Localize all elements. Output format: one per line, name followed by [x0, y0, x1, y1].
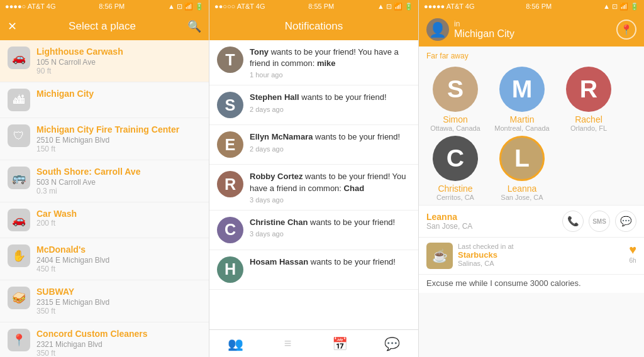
notif-content-tony: Tony wants to be your friend! You have a… [250, 47, 411, 79]
close-icon[interactable]: ✕ [8, 19, 17, 33]
call-button[interactable]: 📞 [562, 211, 584, 232]
tab-list[interactable]: ≡ [262, 330, 314, 357]
selected-friend-location: San Jose, CA [426, 222, 472, 231]
like-button[interactable]: ♥6h [629, 243, 636, 264]
place-name-fire-training: Michigan City Fire Training Center [36, 124, 201, 135]
notif-time-tony: 1 hour ago [250, 71, 411, 79]
notif-text-tony: Tony wants to be your friend! You have a… [250, 47, 411, 69]
tab-chat[interactable]: 💬 [366, 330, 418, 357]
selected-friend-name: Leanna [426, 212, 472, 222]
friends-grid: S Simon Ottawa, Canada M Martin Montreal… [419, 63, 644, 205]
friend-avatar-leanna: L [499, 136, 545, 181]
city-header: 👤 in Michigan City 📍 [419, 13, 644, 47]
friend-actions: 📞 SMS 💬 [562, 211, 636, 232]
place-dist-south-shore: 0.3 mi [36, 187, 201, 195]
place-item-lighthouse[interactable]: 🚗 Lighthouse Carwash 105 N Carroll Ave 9… [0, 40, 209, 82]
friend-location-leanna: San Jose, CA [501, 194, 543, 201]
place-list: 🚗 Lighthouse Carwash 105 N Carroll Ave 9… [0, 40, 209, 357]
place-addr-south-shore: 503 N Carroll Ave [36, 178, 201, 187]
status-bar-2: ●●○○○ AT&T 4G 8:55 PM ▲ ⊡ 📶 🔋 [209, 0, 418, 13]
checkin-label: Last checked in at [458, 243, 624, 250]
place-dist-fire-training: 150 ft [36, 145, 201, 153]
friend-avatar-christine2: C [433, 136, 478, 181]
tab-calendar[interactable]: 📅 [314, 330, 366, 357]
status-carrier-1: ●●●●○ AT&T 4G [5, 3, 56, 10]
city-header-left: 👤 in Michigan City [426, 18, 514, 41]
place-info-michigan-city: Michigan City [36, 89, 201, 99]
notif-item-robby[interactable]: R Robby Cortez wants to be your friend! … [209, 165, 418, 210]
place-addr-concord: 2321 Michigan Blvd [36, 340, 201, 349]
notif-content-ellyn: Ellyn McNamara wants to be your friend! … [250, 131, 411, 152]
friend-name-martin: Martin [510, 114, 535, 124]
city-name: in Michigan City [454, 19, 514, 40]
notif-item-stephen[interactable]: S Stephen Hall wants to be your friend! … [209, 85, 418, 125]
friend-location-christine2: Cerritos, CA [436, 194, 474, 201]
sms-button[interactable]: SMS [589, 211, 610, 232]
notif-avatar-hosam: H [217, 256, 243, 283]
place-name-subway: SUBWAY [36, 287, 201, 297]
checkin-caption: Excuse me while I consume 3000 calories. [419, 274, 644, 293]
place-item-fire-training[interactable]: 🛡 Michigan City Fire Training Center 251… [0, 118, 209, 160]
notif-item-hosam[interactable]: H Hosam Hassan wants to be your friend! [209, 250, 418, 290]
place-name-concord: Concord Custom Cleaners [36, 329, 201, 339]
notif-time-ellyn: 2 days ago [250, 145, 411, 153]
notif-time-christine: 3 days ago [250, 230, 411, 238]
select-place-title: Select a place [69, 20, 136, 33]
place-info-concord: Concord Custom Cleaners 2321 Michigan Bl… [36, 329, 201, 357]
city-content: Far far away S Simon Ottawa, Canada M Ma… [419, 47, 644, 357]
notif-item-tony[interactable]: T Tony wants to be your friend! You have… [209, 40, 418, 85]
place-dist-subway: 350 ft [36, 307, 201, 316]
time-ago: 6h [630, 257, 636, 264]
status-bar-1: ●●●●○ AT&T 4G 8:56 PM ▲ ⊡ 📶 🔋 [0, 0, 209, 13]
notif-item-ellyn[interactable]: E Ellyn McNamara wants to be your friend… [209, 125, 418, 165]
message-button[interactable]: 💬 [615, 211, 636, 232]
place-item-concord[interactable]: 📍 Concord Custom Cleaners 2321 Michigan … [0, 322, 209, 357]
place-info-south-shore: South Shore: Carroll Ave 503 N Carroll A… [36, 167, 201, 195]
notif-avatar-tony: T [217, 47, 243, 73]
place-icon-lighthouse: 🚗 [8, 47, 30, 69]
place-item-south-shore[interactable]: 🚌 South Shore: Carroll Ave 503 N Carroll… [0, 160, 209, 202]
place-name-lighthouse: Lighthouse Carwash [36, 47, 201, 57]
place-item-car-wash[interactable]: 🚗 Car Wash 200 ft [0, 202, 209, 238]
friend-name-christine2: Christine [438, 184, 472, 194]
notif-text-ellyn: Ellyn McNamara wants to be your friend! [250, 131, 411, 143]
friend-item-martin[interactable]: M Martin Montreal, Canada [491, 67, 553, 132]
status-carrier-2: ●●○○○ AT&T 4G [214, 3, 265, 10]
notif-content-stephen: Stephen Hall wants to be your friend! 2 … [250, 92, 411, 113]
checkin-info: Last checked in at Starbucks Salinas, CA [458, 243, 624, 267]
status-time-2: 8:55 PM [308, 3, 334, 10]
friend-name-rachel: Rachel [575, 114, 602, 124]
place-item-subway[interactable]: 🥪 SUBWAY 2315 E Michigan Blvd 350 ft [0, 280, 209, 322]
notif-content-hosam: Hosam Hassan wants to be your friend! [250, 256, 411, 268]
friend-item-rachel[interactable]: R Rachel Orlando, FL [557, 67, 620, 132]
selected-friend-bar: Leanna San Jose, CA 📞 SMS 💬 [419, 205, 644, 237]
notif-item-christine[interactable]: C Christine Chan wants to be your friend… [209, 211, 418, 250]
status-time-1: 8:56 PM [99, 3, 125, 10]
status-icons-1: ▲ ⊡ 📶 🔋 [168, 3, 204, 11]
place-addr-mcdonalds: 2404 E Michigan Blvd [36, 256, 201, 265]
place-item-michigan-city[interactable]: 🏙 Michigan City [0, 82, 209, 118]
michigan-city-panel: ●●●●● AT&T 4G 8:56 PM ▲ ⊡ 📶 🔋 👤 in Michi… [419, 0, 644, 357]
friend-name-leanna: Leanna [508, 184, 537, 194]
place-dist-mcdonalds: 450 ft [36, 265, 201, 273]
friend-avatar-martin: M [499, 67, 545, 112]
place-icon-michigan-city: 🏙 [8, 89, 30, 111]
location-pin-button[interactable]: 📍 [616, 19, 636, 40]
friend-location-simon: Ottawa, Canada [430, 124, 480, 132]
tab-friends[interactable]: 👥 [209, 330, 262, 357]
friend-item-leanna[interactable]: L Leanna San Jose, CA [491, 136, 553, 201]
search-icon[interactable]: 🔍 [187, 19, 201, 33]
place-name-michigan-city: Michigan City [36, 89, 201, 99]
friend-item-christine2[interactable]: C Christine Cerritos, CA [424, 136, 487, 201]
place-dist-concord: 350 ft [36, 349, 201, 357]
place-item-mcdonalds[interactable]: ✋ McDonald's 2404 E Michigan Blvd 450 ft [0, 238, 209, 280]
status-icons-3: ▲ ⊡ 📶 🔋 [603, 3, 639, 11]
place-dist-car-wash: 200 ft [36, 219, 201, 228]
section-label: Far far away [419, 47, 644, 63]
status-carrier-3: ●●●●● AT&T 4G [424, 3, 475, 10]
checkin-sublocation: Salinas, CA [458, 260, 624, 267]
friend-item-simon[interactable]: S Simon Ottawa, Canada [424, 67, 487, 132]
checkin-section: ☕ Last checked in at Starbucks Salinas, … [419, 237, 644, 274]
place-info-subway: SUBWAY 2315 E Michigan Blvd 350 ft [36, 287, 201, 316]
place-info-lighthouse: Lighthouse Carwash 105 N Carroll Ave 90 … [36, 47, 201, 75]
